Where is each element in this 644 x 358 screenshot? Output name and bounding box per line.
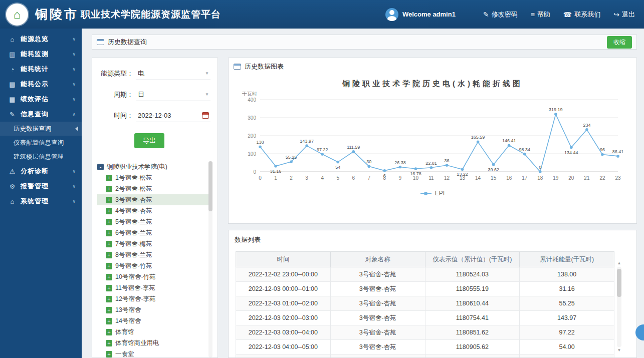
tree-item[interactable]: +11号宿舍-李苑 <box>97 282 212 293</box>
expand-node-icon[interactable]: + <box>106 241 112 247</box>
chevron-down-icon: ∨ <box>72 97 76 102</box>
scroll-up-icon[interactable]: ▲ <box>617 260 621 266</box>
expand-node-icon[interactable]: + <box>106 208 112 214</box>
energy-type-select[interactable]: 电 ▼ <box>136 67 210 80</box>
expand-node-icon[interactable]: + <box>106 274 112 280</box>
sidebar-item[interactable]: ⚠分析诊断∨ <box>0 164 82 179</box>
tree-item-label: 1号宿舍-松苑 <box>115 174 152 182</box>
tree-item[interactable]: +一食堂 <box>97 348 212 357</box>
table-header-row: 时间对象名称仪表示值（累计值）(千瓦时)累计耗能量(千瓦时) <box>236 252 614 267</box>
svg-text:9: 9 <box>399 175 402 181</box>
sidebar-item-label: 信息查询 <box>21 110 72 119</box>
sidebar-item[interactable]: ⌂能源总览∨ <box>0 32 82 47</box>
tree-item[interactable]: +1号宿舍-松苑 <box>97 172 212 183</box>
svg-text:1: 1 <box>274 175 277 181</box>
sidebar: ⌂能源总览∨▥能耗监测∨◔能耗统计∨▤能耗公示∨▦绩效评估∨✎信息查询∧历史数据… <box>0 29 82 358</box>
top-link-help[interactable]: ≡帮助 <box>531 10 550 19</box>
table-header-cell: 累计耗能量(千瓦时) <box>520 252 614 267</box>
tree-item-label: 13号宿舍 <box>115 306 141 314</box>
table-cell: 2022-12-03 00:00--01:00 <box>236 282 331 296</box>
tree-item-label: 8号宿舍-兰苑 <box>115 251 152 259</box>
expand-node-icon[interactable]: + <box>106 318 112 324</box>
expand-node-icon[interactable]: + <box>106 340 112 346</box>
table-scrollbar-thumb[interactable] <box>617 269 621 297</box>
sidebar-submenu: 历史数据查询仪表配置信息查询建筑楼层信息管理 <box>0 122 82 164</box>
chart-legend[interactable]: EPI <box>231 190 634 197</box>
top-link-change-password[interactable]: ✎修改密码 <box>483 10 518 19</box>
top-link-label: 联系我们 <box>574 10 600 19</box>
tree-scrollbar[interactable] <box>208 161 212 357</box>
welcome-text: Welcome admin1 <box>402 11 456 18</box>
data-table: 时间对象名称仪表示值（累计值）(千瓦时)累计耗能量(千瓦时) 2022-12-0… <box>236 251 614 358</box>
expand-node-icon[interactable]: + <box>106 263 112 269</box>
tree-items: +1号宿舍-松苑+2号宿舍-松苑+3号宿舍-杏苑+4号宿舍-杏苑+5号宿舍-兰苑… <box>97 172 212 357</box>
expand-node-icon[interactable]: + <box>106 186 112 192</box>
expand-node-icon[interactable]: + <box>106 252 112 258</box>
main-content: 历史数据查询 收缩 能源类型： 电 ▼ 周期： 日 ▼ 时间： <box>82 29 644 358</box>
expand-node-icon[interactable]: + <box>106 197 112 203</box>
sidebar-subitem[interactable]: 仪表配置信息查询 <box>0 136 82 150</box>
top-link-logout[interactable]: ↪退出 <box>613 10 635 19</box>
table-row: 2022-12-02 23:00--00:003号宿舍-杏苑1180524.03… <box>236 267 614 282</box>
expand-node-icon[interactable]: + <box>106 329 112 335</box>
tree-item[interactable]: +4号宿舍-杏苑 <box>97 205 212 216</box>
data-list-title: 数据列表 <box>229 230 636 246</box>
tree-item[interactable]: +体育馆 <box>97 326 212 337</box>
expand-node-icon[interactable]: + <box>106 351 112 357</box>
tree-item[interactable]: +6号宿舍-兰苑 <box>97 227 212 238</box>
tree-item[interactable]: +9号宿舍-竹苑 <box>97 260 212 271</box>
sidebar-item[interactable]: ◔能耗统计∨ <box>0 62 82 77</box>
app-title-city: 铜陵市 <box>35 6 79 23</box>
expand-node-icon[interactable]: + <box>106 307 112 313</box>
app-logo: ⌂ <box>6 4 28 26</box>
svg-text:13.22: 13.22 <box>457 172 468 177</box>
sidebar-item[interactable]: ▥能耗监测∨ <box>0 47 82 62</box>
table-scrollbar-track[interactable] <box>617 267 621 347</box>
sidebar-item[interactable]: ⌂系统管理∨ <box>0 194 82 209</box>
tree-item[interactable]: +10号宿舍-竹苑 <box>97 271 212 282</box>
sidebar-item[interactable]: ▦绩效评估∨ <box>0 92 82 107</box>
export-button[interactable]: 导出 <box>134 133 164 148</box>
calendar-icon[interactable] <box>202 112 209 119</box>
expand-node-icon[interactable]: + <box>106 230 112 236</box>
svg-text:千瓦时: 千瓦时 <box>242 92 257 97</box>
tree-item[interactable]: +12号宿舍-李苑 <box>97 293 212 304</box>
collapse-node-icon[interactable]: - <box>97 164 104 170</box>
table-cell: 3号宿舍-杏苑 <box>330 282 425 296</box>
table-cell: 97.22 <box>520 325 614 340</box>
tree-item[interactable]: +7号宿舍-梅苑 <box>97 238 212 249</box>
collapse-button[interactable]: 收缩 <box>607 36 632 49</box>
svg-text:5: 5 <box>336 175 339 181</box>
tree-item[interactable]: +体育馆商业用电 <box>97 337 212 348</box>
sidebar-subitem[interactable]: 历史数据查询 <box>0 122 82 136</box>
tree-item[interactable]: +5号宿舍-兰苑 <box>97 216 212 227</box>
svg-text:97.22: 97.22 <box>317 147 328 152</box>
sidebar-item[interactable]: ⚙报警管理∨ <box>0 179 82 194</box>
chevron-down-icon: ∨ <box>72 67 76 72</box>
sidebar-item[interactable]: ✎信息查询∧ <box>0 107 82 122</box>
tree-item[interactable]: +13号宿舍 <box>97 304 212 315</box>
tree-root[interactable]: - 铜陵职业技术学院(电) <box>97 161 212 172</box>
energy-overview-icon: ⌂ <box>8 36 17 43</box>
scroll-down-icon[interactable]: ▼ <box>617 347 621 353</box>
tree-item-label: 5号宿舍-兰苑 <box>115 218 152 226</box>
user-avatar[interactable] <box>385 8 398 21</box>
period-select[interactable]: 日 ▼ <box>136 88 210 101</box>
expand-node-icon[interactable]: + <box>106 219 112 225</box>
period-label: 周期： <box>99 90 133 99</box>
tree-item[interactable]: +14号宿舍 <box>97 315 212 326</box>
svg-text:300: 300 <box>248 115 256 121</box>
expand-node-icon[interactable]: + <box>106 175 112 181</box>
tree-scrollbar-thumb[interactable] <box>208 161 212 211</box>
tree-item[interactable]: +2号宿舍-松苑 <box>97 183 212 194</box>
sidebar-subitem[interactable]: 建筑楼层信息管理 <box>0 150 82 164</box>
tree-item[interactable]: +8号宿舍-兰苑 <box>97 249 212 260</box>
date-input[interactable]: 2022-12-03 <box>136 109 210 122</box>
period-row: 周期： 日 ▼ <box>99 88 210 101</box>
top-link-contact-us[interactable]: ☎联系我们 <box>563 10 600 19</box>
tree-item[interactable]: +3号宿舍-杏苑 <box>97 194 212 205</box>
table-scrollbar[interactable]: ▲ ▼ <box>616 260 622 353</box>
expand-node-icon[interactable]: + <box>106 285 112 291</box>
sidebar-item[interactable]: ▤能耗公示∨ <box>0 77 82 92</box>
expand-node-icon[interactable]: + <box>106 296 112 302</box>
